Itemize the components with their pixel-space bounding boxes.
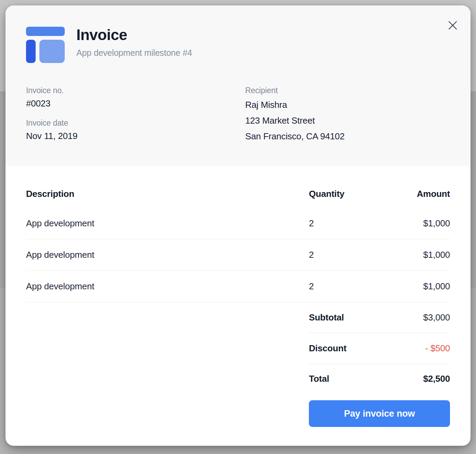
logo-block-top <box>26 27 65 36</box>
column-header-quantity: Quantity <box>309 189 384 199</box>
close-icon <box>448 21 457 30</box>
invoice-date-label: Invoice date <box>26 118 245 128</box>
close-button[interactable] <box>447 19 459 31</box>
invoice-no-value: #0023 <box>26 98 245 109</box>
total-row: Total $2,500 <box>309 364 450 393</box>
invoice-modal: Invoice App development milestone #4 Inv… <box>5 5 471 446</box>
item-amount: $1,000 <box>384 250 450 260</box>
invoice-details: Invoice no. #0023 Invoice date Nov 11, 2… <box>26 86 450 144</box>
subtotal-label: Subtotal <box>309 312 344 323</box>
table-row: App development 2 $1,000 <box>26 208 450 239</box>
column-header-amount: Amount <box>384 189 450 199</box>
item-amount: $1,000 <box>384 281 450 292</box>
logo-block-right <box>39 40 65 63</box>
item-amount: $1,000 <box>384 218 450 229</box>
discount-value: - $500 <box>425 343 450 354</box>
table-row: App development 2 $1,000 <box>26 239 450 271</box>
item-description: App development <box>26 281 309 292</box>
invoice-date-value: Nov 11, 2019 <box>26 130 245 141</box>
discount-row: Discount - $500 <box>309 333 450 364</box>
recipient-address-line1: 123 Market Street <box>245 113 450 128</box>
item-quantity: 2 <box>309 250 384 260</box>
item-description: App development <box>26 218 309 229</box>
table-row: App development 2 $1,000 <box>26 271 450 302</box>
discount-label: Discount <box>309 343 347 354</box>
invoice-items-section: Description Quantity Amount App developm… <box>5 166 471 427</box>
table-header-row: Description Quantity Amount <box>26 166 450 208</box>
invoice-logo-icon <box>26 27 65 63</box>
invoice-subtitle: App development milestone #4 <box>76 48 192 58</box>
column-header-description: Description <box>26 189 309 199</box>
subtotal-value: $3,000 <box>423 312 450 323</box>
pay-invoice-button[interactable]: Pay invoice now <box>309 400 450 427</box>
page-title: Invoice <box>76 27 192 42</box>
recipient-label: Recipient <box>245 86 450 95</box>
subtotal-row: Subtotal $3,000 <box>309 302 450 333</box>
recipient-address-line2: San Francisco, CA 94102 <box>245 128 450 144</box>
total-value: $2,500 <box>423 374 450 384</box>
invoice-summary: Subtotal $3,000 Discount - $500 Total $2… <box>309 302 450 393</box>
total-label: Total <box>309 374 329 384</box>
item-quantity: 2 <box>309 281 384 292</box>
logo-block-left <box>26 40 36 63</box>
recipient-name: Raj Mishra <box>245 97 450 113</box>
item-description: App development <box>26 250 309 260</box>
brand-row: Invoice App development milestone #4 <box>26 27 450 63</box>
modal-header: Invoice App development milestone #4 Inv… <box>5 5 471 166</box>
invoice-no-label: Invoice no. <box>26 86 245 95</box>
item-quantity: 2 <box>309 218 384 229</box>
